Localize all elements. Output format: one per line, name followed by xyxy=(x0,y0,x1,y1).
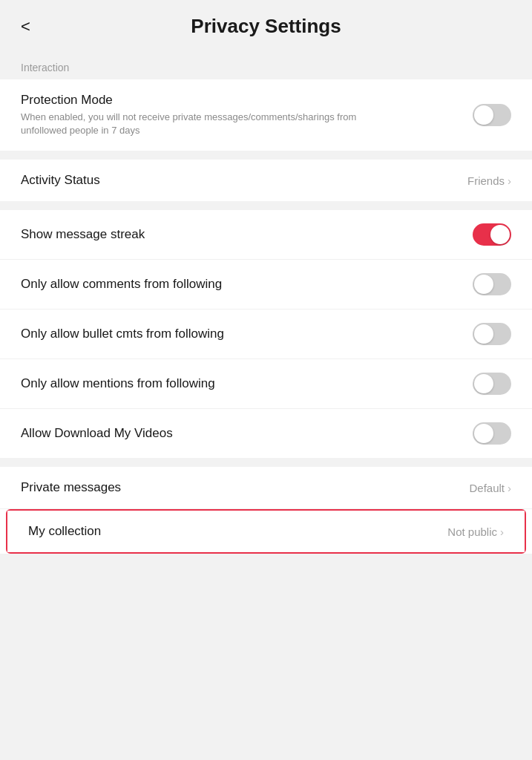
only-allow-mentions-toggle[interactable] xyxy=(473,373,511,395)
only-allow-bullet-cmts-title: Only allow bullet cmts from following xyxy=(21,327,224,341)
row-only-allow-comments[interactable]: Only allow comments from following xyxy=(0,260,532,309)
back-button[interactable]: < xyxy=(18,14,33,39)
row-only-allow-bullet-cmts[interactable]: Only allow bullet cmts from following xyxy=(0,309,532,359)
back-icon: < xyxy=(21,17,30,36)
private-messages-value[interactable]: Default › xyxy=(469,482,511,494)
my-collection-chevron-icon: › xyxy=(500,525,504,538)
card-activity-status: Activity Status Friends › xyxy=(0,160,532,201)
protection-mode-content: Protection Mode When enabled, you will n… xyxy=(21,93,473,137)
my-collection-text: Not public xyxy=(447,525,497,538)
private-messages-chevron-icon: › xyxy=(508,482,511,494)
only-allow-bullet-cmts-toggle[interactable] xyxy=(473,323,511,345)
activity-status-text: Friends xyxy=(467,174,505,187)
row-private-messages[interactable]: Private messages Default › xyxy=(0,467,532,509)
protection-mode-toggle[interactable] xyxy=(473,104,511,126)
show-message-streak-toggle[interactable] xyxy=(473,223,511,246)
card-toggles: Show message streak Only allow comments … xyxy=(0,210,532,458)
page-title: Privacy Settings xyxy=(191,15,341,38)
allow-download-title: Allow Download My Videos xyxy=(21,426,173,441)
card-protection-mode: Protection Mode When enabled, you will n… xyxy=(0,79,532,151)
private-messages-text: Default xyxy=(469,482,505,494)
section-label-interaction: Interaction xyxy=(0,50,532,79)
activity-status-chevron-icon: › xyxy=(508,174,511,187)
my-collection-value[interactable]: Not public › xyxy=(447,525,504,538)
row-allow-download[interactable]: Allow Download My Videos xyxy=(0,409,532,458)
protection-mode-title: Protection Mode xyxy=(21,93,473,108)
only-allow-comments-toggle[interactable] xyxy=(473,273,511,295)
only-allow-mentions-title: Only allow mentions from following xyxy=(21,376,215,391)
my-collection-highlighted: My collection Not public › xyxy=(6,509,526,554)
my-collection-title: My collection xyxy=(28,524,101,539)
activity-status-title: Activity Status xyxy=(21,173,100,188)
private-messages-title: Private messages xyxy=(21,480,121,495)
header: < Privacy Settings xyxy=(0,0,532,50)
row-only-allow-mentions[interactable]: Only allow mentions from following xyxy=(0,359,532,409)
card-messages-collection: Private messages Default › My collection… xyxy=(0,467,532,554)
row-activity-status[interactable]: Activity Status Friends › xyxy=(0,160,532,201)
only-allow-comments-title: Only allow comments from following xyxy=(21,277,222,292)
row-my-collection[interactable]: My collection Not public › xyxy=(7,511,525,552)
row-protection-mode[interactable]: Protection Mode When enabled, you will n… xyxy=(0,79,532,151)
activity-status-value[interactable]: Friends › xyxy=(467,174,511,187)
allow-download-toggle[interactable] xyxy=(473,422,511,445)
row-show-message-streak[interactable]: Show message streak xyxy=(0,210,532,260)
protection-mode-desc: When enabled, you will not receive priva… xyxy=(21,111,392,137)
show-message-streak-title: Show message streak xyxy=(21,227,145,242)
